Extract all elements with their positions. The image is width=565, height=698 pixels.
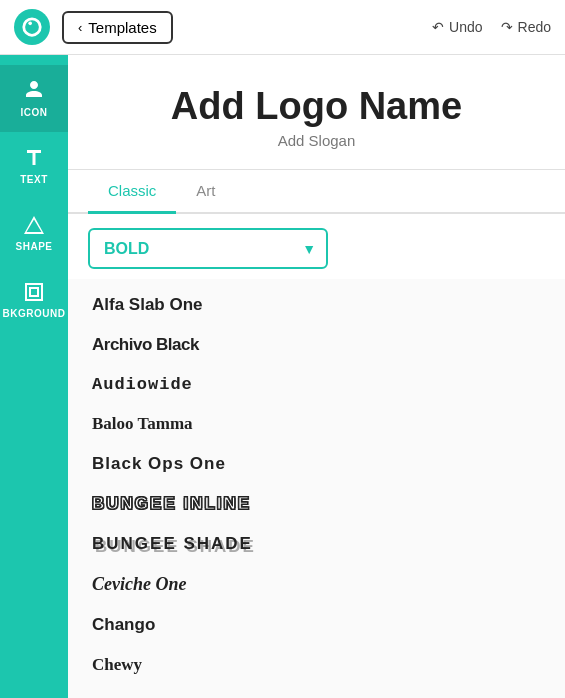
tab-group: Classic Art	[68, 170, 565, 214]
sidebar-icon-label: ICON	[21, 107, 48, 118]
sidebar-item-icon[interactable]: ICON	[0, 65, 68, 132]
content-area: Add Logo Name Add Slogan Classic Art ALL	[68, 55, 565, 698]
font-filter-select[interactable]: ALL BOLD SERIF SANS-SERIF DISPLAY HANDWR…	[88, 228, 328, 269]
app-logo[interactable]	[14, 9, 50, 45]
svg-point-1	[28, 22, 32, 26]
undo-icon: ↶	[432, 19, 444, 35]
redo-label: Redo	[518, 19, 551, 35]
font-item-audiowide[interactable]: Audiowide	[68, 365, 565, 404]
background-sidebar-icon	[22, 280, 46, 304]
font-panel: Classic Art ALL BOLD SERIF SANS-SERIF DI…	[68, 170, 565, 698]
font-item-bungee-shade[interactable]: BUNGEE SHADE	[68, 524, 565, 564]
undo-redo-group: ↶ Undo ↷ Redo	[432, 19, 551, 35]
font-item-ceviche-one[interactable]: Ceviche One	[68, 564, 565, 605]
topbar: ‹ Templates ↶ Undo ↷ Redo	[0, 0, 565, 55]
tab-art[interactable]: Art	[176, 170, 235, 214]
slogan-text[interactable]: Add Slogan	[278, 132, 356, 149]
sidebar: ICON TEXT SHAPE BKGROUND	[0, 55, 68, 698]
font-item-archivo-black[interactable]: Archivo Black	[68, 325, 565, 365]
sidebar-item-text[interactable]: TEXT	[0, 132, 68, 199]
font-list: Alfa Slab One Archivo Black Audiowide Ba…	[68, 279, 565, 698]
filter-row: ALL BOLD SERIF SANS-SERIF DISPLAY HANDWR…	[68, 214, 565, 279]
undo-label: Undo	[449, 19, 482, 35]
icon-sidebar-icon	[22, 79, 46, 103]
main-layout: ICON TEXT SHAPE BKGROUND Add Logo Name A…	[0, 55, 565, 698]
sidebar-item-shape[interactable]: SHAPE	[0, 199, 68, 266]
templates-button-label: Templates	[88, 19, 156, 36]
font-item-chango[interactable]: Chango	[68, 605, 565, 645]
shape-sidebar-icon	[22, 213, 46, 237]
font-item-baloo-tamma[interactable]: Baloo Tamma	[68, 404, 565, 444]
sidebar-item-background[interactable]: BKGROUND	[0, 266, 68, 333]
logo-name[interactable]: Add Logo Name	[171, 85, 462, 128]
templates-button[interactable]: ‹ Templates	[62, 11, 173, 44]
tab-classic[interactable]: Classic	[88, 170, 176, 214]
font-filter-wrapper: ALL BOLD SERIF SANS-SERIF DISPLAY HANDWR…	[88, 228, 328, 269]
svg-point-0	[24, 19, 41, 36]
sidebar-shape-label: SHAPE	[16, 241, 53, 252]
app-logo-icon	[21, 16, 43, 38]
undo-button[interactable]: ↶ Undo	[432, 19, 482, 35]
canvas-preview: Add Logo Name Add Slogan	[68, 55, 565, 170]
sidebar-background-label: BKGROUND	[3, 308, 66, 319]
font-item-bungee-inline[interactable]: BUNGEE INLINE	[68, 484, 565, 524]
redo-icon: ↷	[501, 19, 513, 35]
chevron-left-icon: ‹	[78, 20, 82, 35]
font-item-black-ops-one[interactable]: Black Ops One	[68, 444, 565, 484]
redo-button[interactable]: ↷ Redo	[501, 19, 551, 35]
font-item-chewy[interactable]: Chewy	[68, 645, 565, 685]
text-sidebar-icon	[22, 146, 46, 170]
font-item-alfa-slab-one[interactable]: Alfa Slab One	[68, 285, 565, 325]
sidebar-text-label: TEXT	[20, 174, 48, 185]
